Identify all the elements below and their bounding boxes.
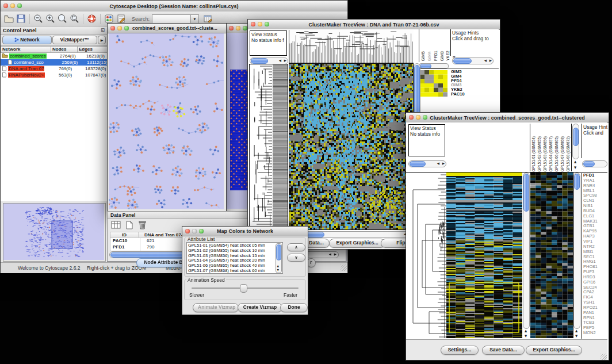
minimize-icon[interactable] [416,115,420,120]
scroll-right-icon[interactable]: ▶ [489,59,492,63]
network-list-row[interactable]: combined_scores2764(0)16218(0) [1,53,108,59]
move-down-button[interactable]: ∨ [287,254,305,262]
new-attribute-icon[interactable] [125,220,134,232]
tv1-column-dendrogram[interactable] [289,30,414,63]
help-lifebuoy-icon[interactable] [86,13,97,24]
tv2-collabel-vscrollbar[interactable] [572,124,579,159]
attribute-list-vscrollbar[interactable]: ▲ ▼ [276,243,282,273]
scroll-left-icon[interactable]: ◀ [279,59,281,63]
zoom-window-icon[interactable] [265,22,269,26]
tab-vizmapper[interactable]: VizMapper™ [52,36,97,44]
move-up-button[interactable]: ∧ [287,243,305,251]
scroll-down-icon[interactable]: ▼ [575,335,577,338]
scroll-right-icon[interactable]: ▶ [442,162,445,166]
scroll-down-icon[interactable]: ▼ [525,335,527,338]
gene-label[interactable]: PAC10 [451,92,465,97]
tv1-export-graphics-button[interactable]: Export Graphics... [329,239,385,248]
scrollbar-thumb[interactable] [276,244,281,260]
col-header-network[interactable]: Network [1,46,51,53]
scroll-left-icon[interactable]: ◀ [484,59,487,63]
delete-attribute-trash-icon[interactable] [137,220,147,232]
tv1-mini-matrix-canvas[interactable] [420,70,447,97]
zoom-window-icon[interactable] [199,229,204,233]
network-overview-canvas[interactable] [3,204,104,260]
tv1-row-dendrogram[interactable] [249,64,288,229]
search-combobox[interactable]: ▼ [152,14,199,24]
zoom-window-icon[interactable] [243,26,247,30]
tv2-heatmap-canvas[interactable] [446,173,522,338]
done-button[interactable]: Done [280,303,308,312]
zoom-in-button[interactable] [45,13,56,24]
search-input[interactable] [152,14,191,24]
tv2-usage-hscrollbar[interactable] [582,160,607,167]
tv2-export-graphics-button[interactable]: Export Graphics... [526,346,582,355]
scroll-down-icon[interactable]: ▼ [277,269,279,272]
scrollbar-thumb[interactable] [523,174,529,212]
close-icon[interactable] [229,26,234,30]
network-list-row[interactable]: RNAPuberNov2+563(0)107847(0) [1,72,108,78]
tv1-title-bar[interactable]: ClusterMaker TreeView : DNA and Tran 07-… [248,20,500,30]
network-canvas[interactable] [109,33,224,209]
scrollbar-thumb[interactable] [573,128,579,146]
tv1-usage-hscrollbar[interactable]: ◀ ▶ [452,58,494,64]
close-icon[interactable] [409,115,414,120]
float-panel-icon[interactable]: ◱ [101,28,105,32]
open-file-button[interactable] [3,13,14,24]
close-icon[interactable] [251,22,255,26]
scroll-up-icon[interactable]: ▲ [277,265,279,268]
minimize-icon[interactable] [117,26,122,30]
minimize-icon[interactable] [236,26,240,30]
tv2-vscrollbar[interactable] [523,173,530,329]
zoom-window-icon[interactable] [17,3,22,8]
scroll-left-icon[interactable]: ◀ [329,253,331,256]
tv1-heatmap-canvas[interactable] [289,63,414,230]
tv2-viewstatus-hscrollbar[interactable]: ◀ ▶ [408,160,446,167]
close-icon[interactable] [185,229,190,233]
tv2-title-bar[interactable]: ClusterMaker TreeView : combined_scores_… [406,113,609,123]
tv2-row-dendrogram[interactable] [408,173,446,338]
animate-vizmap-button[interactable]: Animate Vizmap [193,303,239,312]
gene-list-item[interactable]: MON2 [583,331,607,336]
save-session-button[interactable] [16,13,26,24]
tv2-save-data-button[interactable]: Save Data... [482,346,525,355]
network-overview-panel[interactable] [3,203,106,262]
scroll-right-icon[interactable]: ▶ [284,59,286,63]
resize-grip[interactable] [600,354,607,360]
col-header-nodes[interactable]: Nodes [51,46,78,53]
dialog-title-bar[interactable]: Map Colors to Network [182,227,308,236]
scroll-up-icon[interactable]: ▲ [575,329,577,333]
tab-overflow-arrow[interactable]: ▶ [98,36,106,44]
minimize-icon[interactable] [258,22,262,26]
scroll-left-icon[interactable]: ◀ [437,162,439,166]
create-vizmap-button[interactable]: Create Vizmap [238,303,282,312]
scrollbar-thumb[interactable] [574,174,580,190]
close-icon[interactable] [3,3,8,8]
speed-slider-thumb[interactable] [240,284,247,293]
col-header-edges[interactable]: Edges [78,46,108,53]
tab-network[interactable]: Network [2,36,52,44]
tv2-settings-button[interactable]: Settings... [441,346,479,355]
zoom-out-button[interactable] [33,13,44,24]
minimize-icon[interactable] [10,3,15,8]
network-list-row[interactable]: combined_sco2569(6)13112(15) [1,59,108,66]
tv2-detail-heatmap-canvas[interactable] [530,173,573,338]
minimize-icon[interactable] [192,229,197,233]
zoom-selected-button[interactable] [57,13,68,24]
zoom-window-icon[interactable] [124,26,129,30]
main-title-bar[interactable]: Cytoscape Desktop (Session Name: collins… [1,1,347,12]
tv2-detail-vscrollbar[interactable] [573,173,580,329]
attribute-listbox[interactable]: GPL51-01 (GSM854) heat shock 05 minGPL51… [186,242,283,274]
close-icon[interactable] [110,26,115,30]
resize-grip[interactable] [341,265,347,271]
scroll-right-icon[interactable]: ▶ [334,253,336,256]
zoom-fit-button[interactable] [69,13,80,24]
attribute-list-item[interactable]: GPL51-07 (GSM868) heat shock 60 min [188,269,281,274]
scroll-up-icon[interactable]: ▲ [574,160,576,164]
scroll-down-icon[interactable]: ▼ [574,166,576,170]
search-dropdown-icon[interactable]: ▼ [191,14,199,24]
zoom-window-icon[interactable] [423,115,427,120]
scroll-up-icon[interactable]: ▲ [525,329,527,333]
scrollbar-thumb[interactable] [414,65,420,114]
attr-col-id[interactable]: ID [110,232,139,237]
net1-title-bar[interactable]: combined_scores_good.txt--cluste... [108,24,226,33]
